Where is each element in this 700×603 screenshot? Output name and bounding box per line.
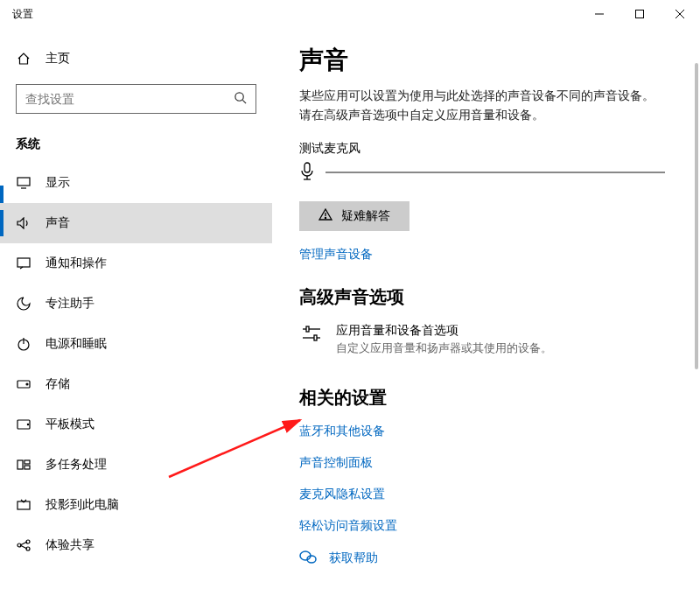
sidebar-item-sound[interactable]: 声音	[0, 203, 272, 243]
help-icon	[299, 550, 317, 568]
get-help-link[interactable]: 获取帮助	[329, 550, 378, 566]
sidebar-item-label: 投影到此电脑	[46, 497, 119, 513]
troubleshoot-button[interactable]: 疑难解答	[299, 201, 410, 231]
display-icon	[16, 177, 32, 189]
troubleshoot-label: 疑难解答	[341, 208, 390, 224]
sidebar-item-label: 专注助手	[46, 296, 94, 312]
sidebar-home-label: 主页	[46, 51, 70, 67]
svg-rect-16	[24, 460, 30, 464]
link-bluetooth[interactable]: 蓝牙和其他设备	[299, 424, 700, 439]
sidebar-item-label: 通知和操作	[46, 256, 107, 271]
window-controls	[579, 0, 700, 28]
sidebar-item-projecting[interactable]: 投影到此电脑	[0, 485, 272, 525]
svg-point-12	[26, 383, 28, 385]
svg-rect-22	[304, 163, 310, 172]
related-heading: 相关的设置	[299, 386, 700, 410]
sidebar-item-notifications[interactable]: 通知和操作	[0, 243, 272, 284]
sidebar-item-label: 体验共享	[46, 537, 94, 553]
sidebar-search-wrap	[0, 75, 272, 117]
svg-rect-28	[306, 326, 309, 332]
window-title: 设置	[12, 7, 33, 22]
notifications-icon	[16, 257, 32, 270]
svg-rect-1	[636, 11, 644, 18]
svg-rect-6	[18, 178, 30, 186]
app-volume-sub: 自定义应用音量和扬声器或其使用的设备。	[336, 340, 552, 356]
sidebar-item-power[interactable]: 电源和睡眠	[0, 324, 272, 364]
sidebar-home[interactable]: 主页	[0, 42, 272, 75]
home-icon	[16, 52, 32, 66]
mic-level-bar	[326, 172, 665, 173]
minimize-button[interactable]	[579, 0, 620, 28]
sidebar-section-label: 系统	[0, 117, 272, 163]
sidebar-item-label: 显示	[46, 175, 70, 191]
sidebar-item-shared[interactable]: 体验共享	[0, 525, 272, 565]
sidebar-item-label: 平板模式	[46, 417, 94, 432]
sidebar-item-tablet[interactable]: 平板模式	[0, 404, 272, 445]
maximize-button[interactable]	[620, 0, 660, 28]
sidebar-item-label: 声音	[46, 215, 70, 231]
app-volume-title: 应用音量和设备首选项	[336, 323, 552, 339]
shared-icon	[16, 538, 32, 552]
sidebar-item-multitasking[interactable]: 多任务处理	[0, 445, 272, 485]
svg-point-14	[27, 424, 28, 424]
focus-assist-icon	[16, 297, 32, 311]
svg-point-4	[235, 93, 243, 101]
svg-rect-17	[24, 466, 30, 469]
svg-rect-15	[18, 460, 23, 469]
sidebar-item-display[interactable]: 显示	[0, 163, 272, 203]
titlebar: 设置	[0, 0, 700, 28]
app-volume-option[interactable]: 应用音量和设备首选项 自定义应用音量和扬声器或其使用的设备。	[299, 323, 700, 356]
multitasking-icon	[16, 459, 32, 470]
warning-icon	[318, 208, 332, 223]
tablet-icon	[16, 419, 32, 430]
svg-rect-8	[18, 258, 30, 267]
main-layout: 主页 系统 显示 声音	[0, 28, 700, 603]
svg-rect-30	[314, 335, 317, 340]
manage-sound-devices-link[interactable]: 管理声音设备	[299, 247, 373, 263]
svg-point-26	[325, 218, 326, 219]
search-field[interactable]	[25, 92, 234, 106]
projecting-icon	[16, 499, 32, 511]
sidebar: 主页 系统 显示 声音	[0, 28, 273, 603]
content-scrollbar[interactable]	[695, 63, 698, 369]
link-sound-control-panel[interactable]: 声音控制面板	[299, 455, 700, 471]
advanced-heading: 高级声音选项	[299, 285, 700, 309]
sidebar-item-storage[interactable]: 存储	[0, 364, 272, 404]
close-button[interactable]	[660, 0, 700, 28]
mic-test-label: 测试麦克风	[299, 141, 700, 157]
mic-test-row	[299, 162, 700, 184]
get-help-row[interactable]: 获取帮助	[299, 550, 700, 568]
sliders-icon	[299, 323, 324, 356]
sidebar-item-label: 存储	[46, 376, 70, 392]
related-links: 蓝牙和其他设备 声音控制面板 麦克风隐私设置 轻松访问音频设置	[299, 424, 700, 534]
search-input[interactable]	[16, 84, 256, 114]
svg-line-5	[242, 100, 246, 103]
sidebar-item-focus-assist[interactable]: 专注助手	[0, 284, 272, 324]
sidebar-item-label: 电源和睡眠	[46, 336, 107, 352]
microphone-icon	[299, 162, 315, 184]
page-description: 某些应用可以设置为使用与此处选择的声音设备不同的声音设备。请在高级声音选项中自定…	[299, 86, 700, 125]
sidebar-item-label: 多任务处理	[46, 457, 107, 473]
sound-icon	[16, 217, 32, 229]
power-icon	[16, 337, 32, 351]
link-mic-privacy[interactable]: 麦克风隐私设置	[299, 487, 700, 502]
search-icon	[234, 91, 247, 107]
page-title: 声音	[299, 44, 700, 77]
content-area: 声音 某些应用可以设置为使用与此处选择的声音设备不同的声音设备。请在高级声音选项…	[273, 28, 700, 603]
link-ease-audio[interactable]: 轻松访问音频设置	[299, 518, 700, 534]
storage-icon	[16, 380, 32, 389]
